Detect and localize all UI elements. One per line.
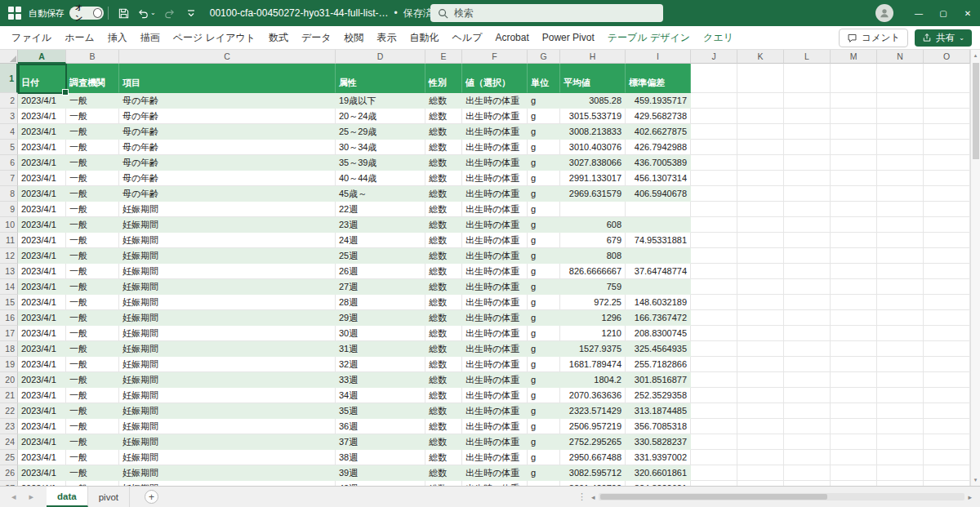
column-header-N[interactable]: N xyxy=(877,50,924,64)
cell-B1[interactable]: 調査機関 xyxy=(66,64,119,93)
cell-N25[interactable] xyxy=(877,450,924,465)
menu-tab-draw[interactable]: 描画 xyxy=(134,26,167,49)
cell-K4[interactable] xyxy=(737,124,784,140)
cell-K20[interactable] xyxy=(737,372,784,388)
cell-D17[interactable]: 30週 xyxy=(336,326,425,341)
cell-C11[interactable]: 妊娠期間 xyxy=(119,233,336,248)
cell-E2[interactable]: 総数 xyxy=(425,93,462,109)
cell-F8[interactable]: 出生時の体重 xyxy=(462,186,528,202)
cell-B2[interactable]: 一般 xyxy=(66,93,119,109)
cell-J24[interactable] xyxy=(691,434,737,450)
cell-N11[interactable] xyxy=(877,233,924,248)
cell-A17[interactable]: 2023/4/1 xyxy=(18,326,66,341)
share-button[interactable]: 共有 ⌄ xyxy=(915,29,972,47)
cell-A26[interactable]: 2023/4/1 xyxy=(18,465,66,481)
cell-K23[interactable] xyxy=(737,419,784,434)
cell-M4[interactable] xyxy=(831,124,877,140)
cell-C16[interactable]: 妊娠期間 xyxy=(119,310,336,326)
cell-N2[interactable] xyxy=(877,93,924,109)
row-header-5[interactable]: 5 xyxy=(0,140,18,155)
cell-I18[interactable]: 325.4564935 xyxy=(626,341,691,357)
column-header-K[interactable]: K xyxy=(737,50,784,64)
cell-A22[interactable]: 2023/4/1 xyxy=(18,403,66,419)
row-header-8[interactable]: 8 xyxy=(0,186,18,202)
cell-O14[interactable] xyxy=(924,279,970,295)
cell-G26[interactable]: g xyxy=(528,465,560,481)
cell-B16[interactable]: 一般 xyxy=(66,310,119,326)
cell-H19[interactable]: 1681.789474 xyxy=(560,357,626,372)
vertical-scroll-thumb[interactable] xyxy=(973,63,979,159)
cell-B8[interactable]: 一般 xyxy=(66,186,119,202)
cell-O20[interactable] xyxy=(924,372,970,388)
cell-D18[interactable]: 31週 xyxy=(336,341,425,357)
cell-I3[interactable]: 429.5682738 xyxy=(626,109,691,124)
cell-D25[interactable]: 38週 xyxy=(336,450,425,465)
cell-J6[interactable] xyxy=(691,155,737,171)
cell-N23[interactable] xyxy=(877,419,924,434)
cell-M19[interactable] xyxy=(831,357,877,372)
cell-D23[interactable]: 36週 xyxy=(336,419,425,434)
cell-D4[interactable]: 25～29歳 xyxy=(336,124,425,140)
cell-J13[interactable] xyxy=(691,264,737,279)
cell-J19[interactable] xyxy=(691,357,737,372)
column-header-H[interactable]: H xyxy=(560,50,626,64)
cell-J26[interactable] xyxy=(691,465,737,481)
cell-K14[interactable] xyxy=(737,279,784,295)
cell-F22[interactable]: 出生時の体重 xyxy=(462,403,528,419)
cell-F4[interactable]: 出生時の体重 xyxy=(462,124,528,140)
cell-G13[interactable]: g xyxy=(528,264,560,279)
cell-D14[interactable]: 27週 xyxy=(336,279,425,295)
cell-N1[interactable] xyxy=(877,64,924,93)
cell-A11[interactable]: 2023/4/1 xyxy=(18,233,66,248)
cell-A6[interactable]: 2023/4/1 xyxy=(18,155,66,171)
cell-D5[interactable]: 30～34歳 xyxy=(336,140,425,155)
cell-J14[interactable] xyxy=(691,279,737,295)
cell-C17[interactable]: 妊娠期間 xyxy=(119,326,336,341)
cell-F6[interactable]: 出生時の体重 xyxy=(462,155,528,171)
cell-L9[interactable] xyxy=(784,202,831,217)
undo-button[interactable]: ⌄ xyxy=(135,2,158,24)
cell-H1[interactable]: 平均値 xyxy=(560,64,626,93)
cell-M9[interactable] xyxy=(831,202,877,217)
cell-C9[interactable]: 妊娠期間 xyxy=(119,202,336,217)
cell-N12[interactable] xyxy=(877,248,924,264)
cell-O11[interactable] xyxy=(924,233,970,248)
cell-N22[interactable] xyxy=(877,403,924,419)
cell-C5[interactable]: 母の年齢 xyxy=(119,140,336,155)
cell-M17[interactable] xyxy=(831,326,877,341)
vertical-scrollbar[interactable]: ▴ ▾ xyxy=(970,50,980,486)
autosave-toggle[interactable]: オン xyxy=(69,7,104,20)
cell-J4[interactable] xyxy=(691,124,737,140)
cell-F3[interactable]: 出生時の体重 xyxy=(462,109,528,124)
cell-I7[interactable]: 456.1307314 xyxy=(626,171,691,186)
cell-N21[interactable] xyxy=(877,388,924,403)
cell-J10[interactable] xyxy=(691,217,737,233)
cell-I22[interactable]: 313.1874485 xyxy=(626,403,691,419)
cell-O25[interactable] xyxy=(924,450,970,465)
cell-F20[interactable]: 出生時の体重 xyxy=(462,372,528,388)
menu-tab-page-layout[interactable]: ページ レイアウト xyxy=(167,26,262,49)
cell-E24[interactable]: 総数 xyxy=(425,434,462,450)
cell-I2[interactable]: 459.1935717 xyxy=(626,93,691,109)
document-title[interactable]: 00100-cfa-00450272-hyo31-44-full-list-… … xyxy=(210,7,455,20)
horizontal-scroll-thumb[interactable] xyxy=(600,494,827,500)
menu-tab-table-design[interactable]: テーブル デザイン xyxy=(601,26,697,49)
cell-E7[interactable]: 総数 xyxy=(425,171,462,186)
cell-L17[interactable] xyxy=(784,326,831,341)
cell-I25[interactable]: 331.9397002 xyxy=(626,450,691,465)
cell-E25[interactable]: 総数 xyxy=(425,450,462,465)
cell-A19[interactable]: 2023/4/1 xyxy=(18,357,66,372)
cell-D19[interactable]: 32週 xyxy=(336,357,425,372)
cell-A14[interactable]: 2023/4/1 xyxy=(18,279,66,295)
cell-L10[interactable] xyxy=(784,217,831,233)
cell-E22[interactable]: 総数 xyxy=(425,403,462,419)
cell-A18[interactable]: 2023/4/1 xyxy=(18,341,66,357)
scroll-down-button[interactable]: ▾ xyxy=(971,474,980,486)
cell-L14[interactable] xyxy=(784,279,831,295)
menu-tab-home[interactable]: ホーム xyxy=(58,26,101,49)
cell-O23[interactable] xyxy=(924,419,970,434)
cell-N14[interactable] xyxy=(877,279,924,295)
cell-J5[interactable] xyxy=(691,140,737,155)
cell-O18[interactable] xyxy=(924,341,970,357)
cell-L25[interactable] xyxy=(784,450,831,465)
